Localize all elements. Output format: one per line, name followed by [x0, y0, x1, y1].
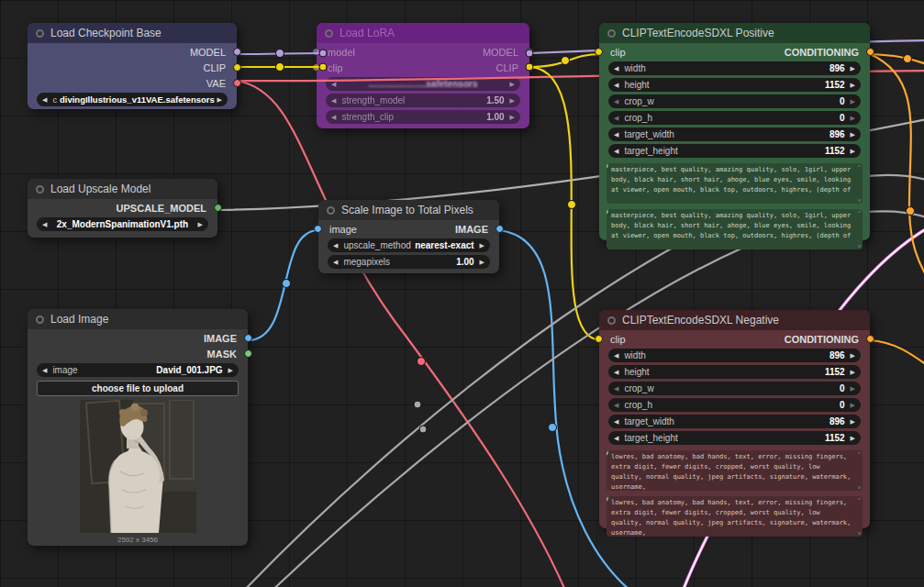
collapse-dot[interactable] [36, 29, 44, 38]
stepper-right-arrow[interactable]: ▶ [851, 402, 855, 409]
stepper-left-arrow[interactable]: ◀ [614, 148, 618, 155]
stepper-left-arrow[interactable]: ◀ [331, 97, 336, 105]
model-output-socket[interactable] [526, 48, 534, 56]
clip-output-socket[interactable] [526, 63, 534, 72]
crop-w-widget[interactable]: ◀ crop_w 0 ▶ [608, 94, 861, 108]
conditioning-output-socket[interactable] [866, 48, 874, 56]
node-load-image-titlebar[interactable]: Load Image [28, 309, 248, 329]
upscale-model-output-socket[interactable] [214, 204, 222, 212]
clip-input-socket[interactable] [595, 335, 603, 343]
stepper-right-arrow[interactable]: ▶ [851, 418, 855, 426]
stepper-left-arrow[interactable]: ◀ [614, 385, 618, 393]
stepper-right-arrow[interactable]: ▶ [851, 98, 855, 105]
textarea-scroll-arrows[interactable]: ^v [858, 497, 861, 536]
stepper-right-arrow[interactable]: ▶ [851, 65, 855, 72]
stepper-right-arrow[interactable]: ▶ [851, 131, 855, 138]
stepper-right-arrow[interactable]: ▶ [851, 385, 855, 393]
text-l-textarea[interactable]: lowres, bad anatomy, bad hands, text, er… [607, 496, 863, 537]
clip-output-socket[interactable] [233, 63, 241, 72]
height-widget[interactable]: ◀ height 1152 ▶ [608, 365, 861, 379]
stepper-right-arrow[interactable]: ▶ [851, 115, 855, 122]
collapse-dot[interactable] [36, 185, 44, 194]
stepper-left-arrow[interactable]: ◀ [614, 65, 618, 72]
target-height-widget[interactable]: ◀ target_height 1152 ▶ [608, 431, 861, 445]
stepper-right-arrow[interactable]: ▶ [480, 242, 484, 249]
node-clip-negative-titlebar[interactable]: CLIPTextEncodeSDXL Negative [599, 310, 870, 330]
stepper-left-arrow[interactable]: ◀ [614, 82, 618, 89]
width-widget[interactable]: ◀ width 896 ▶ [608, 61, 861, 75]
strength-clip-widget[interactable]: ◀ strength_clip 1.00 ▶ [326, 110, 520, 124]
node-clip-positive[interactable]: CLIPTextEncodeSDXL Positive clip CONDITI… [599, 23, 870, 240]
stepper-left-arrow[interactable]: ◀ [333, 242, 338, 249]
strength-model-widget[interactable]: ◀ strength_model 1.50 ▶ [326, 94, 520, 107]
stepper-right-arrow[interactable]: ▶ [228, 367, 233, 374]
upscale-method-widget[interactable]: ◀ upscale_method nearest-exact ▶ [328, 238, 490, 252]
crop-h-widget[interactable]: ◀ crop_h 0 ▶ [608, 398, 861, 412]
text-l-input-socket[interactable] [607, 209, 609, 216]
crop-h-widget[interactable]: ◀ crop_h 0 ▶ [608, 111, 861, 125]
choose-file-button[interactable]: choose file to upload [37, 381, 239, 396]
crop-w-widget[interactable]: ◀ crop_w 0 ▶ [608, 382, 861, 395]
stepper-right-arrow[interactable]: ▶ [217, 96, 222, 104]
clip-input-socket[interactable] [595, 48, 603, 56]
stepper-left-arrow[interactable]: ◀ [614, 131, 618, 138]
text-g-input-socket[interactable] [607, 163, 609, 170]
mask-output-socket[interactable] [244, 349, 252, 358]
node-scale-image[interactable]: Scale Image to Total Pixels image IMAGE … [318, 200, 499, 273]
model-output-socket[interactable] [233, 48, 241, 56]
stepper-right-arrow[interactable]: ▶ [510, 97, 515, 105]
model-input-socket[interactable] [312, 48, 320, 56]
conditioning-output-socket[interactable] [866, 335, 874, 343]
text-l-input-socket[interactable] [607, 496, 609, 503]
stepper-left-arrow[interactable]: ◀ [614, 435, 618, 442]
megapixels-widget[interactable]: ◀ megapixels 1.00 ▶ [328, 255, 490, 269]
node-load-upscale-titlebar[interactable]: Load Upscale Model [28, 179, 217, 199]
node-clip-negative[interactable]: CLIPTextEncodeSDXL Negative clip CONDITI… [599, 310, 870, 528]
stepper-left-arrow[interactable]: ◀ [333, 259, 338, 266]
target-width-widget[interactable]: ◀ target_width 896 ▶ [608, 415, 861, 428]
stepper-left-arrow[interactable]: ◀ [614, 115, 618, 122]
image-input-socket[interactable] [314, 225, 322, 233]
collapse-dot[interactable] [36, 316, 44, 324]
stepper-right-arrow[interactable]: ▶ [510, 114, 515, 121]
lora-name-widget[interactable]: ◀ ……………….safetensors ▶ [326, 77, 520, 91]
stepper-right-arrow[interactable]: ▶ [851, 82, 855, 89]
stepper-right-arrow[interactable]: ▶ [851, 369, 855, 376]
textarea-scroll-arrows[interactable]: ^v [858, 164, 861, 203]
target-height-widget[interactable]: ◀ target_height 1152 ▶ [608, 144, 861, 158]
ckpt-name-widget[interactable]: ◀ c divingIllustrious_v11VAE.safetensors… [37, 93, 228, 106]
width-widget[interactable]: ◀ width 896 ▶ [608, 349, 861, 362]
stepper-left-arrow[interactable]: ◀ [42, 367, 47, 374]
text-g-input-socket[interactable] [607, 450, 609, 457]
node-load-lora-titlebar[interactable]: Load LoRA [317, 23, 529, 43]
stepper-left-arrow[interactable]: ◀ [614, 418, 618, 426]
target-width-widget[interactable]: ◀ target_width 896 ▶ [608, 127, 861, 141]
text-l-textarea[interactable]: masterpiece, best quality, amazing quali… [607, 209, 863, 249]
stepper-left-arrow[interactable]: ◀ [614, 402, 618, 409]
collapse-dot[interactable] [607, 29, 616, 38]
textarea-scroll-arrows[interactable]: ^v [858, 210, 861, 249]
stepper-left-arrow[interactable]: ◀ [614, 369, 618, 376]
height-widget[interactable]: ◀ height 1152 ▶ [608, 78, 861, 92]
stepper-right-arrow[interactable]: ▶ [851, 352, 855, 360]
node-load-image[interactable]: Load Image IMAGE MASK ◀ image David_001.… [28, 309, 248, 546]
node-load-checkpoint-titlebar[interactable]: Load Checkpoint Base [28, 23, 237, 43]
stepper-right-arrow[interactable]: ▶ [198, 221, 203, 228]
node-graph-canvas[interactable]: Load LoRA model MODEL clip CLIP ◀ ………………… [0, 0, 924, 587]
image-file-widget[interactable]: ◀ image David_001.JPG ▶ [37, 363, 239, 377]
node-scale-image-titlebar[interactable]: Scale Image to Total Pixels [318, 200, 499, 220]
stepper-left-arrow[interactable]: ◀ [614, 98, 618, 105]
text-g-textarea[interactable]: masterpiece, best quality, amazing quali… [607, 163, 863, 204]
vae-output-socket[interactable] [233, 79, 241, 87]
node-load-lora[interactable]: Load LoRA model MODEL clip CLIP ◀ ………………… [317, 23, 529, 128]
node-clip-positive-titlebar[interactable]: CLIPTextEncodeSDXL Positive [599, 23, 870, 43]
stepper-right-arrow[interactable]: ▶ [851, 148, 855, 155]
collapse-dot[interactable] [607, 316, 616, 325]
stepper-right-arrow[interactable]: ▶ [480, 259, 484, 266]
textarea-scroll-arrows[interactable]: ^v [858, 451, 861, 490]
image-output-socket[interactable] [244, 334, 252, 342]
collapse-dot[interactable] [325, 29, 333, 38]
text-g-textarea[interactable]: lowres, bad anatomy, bad hands, text, er… [607, 450, 863, 491]
clip-input-socket[interactable] [312, 63, 320, 72]
image-output-socket[interactable] [495, 225, 504, 233]
